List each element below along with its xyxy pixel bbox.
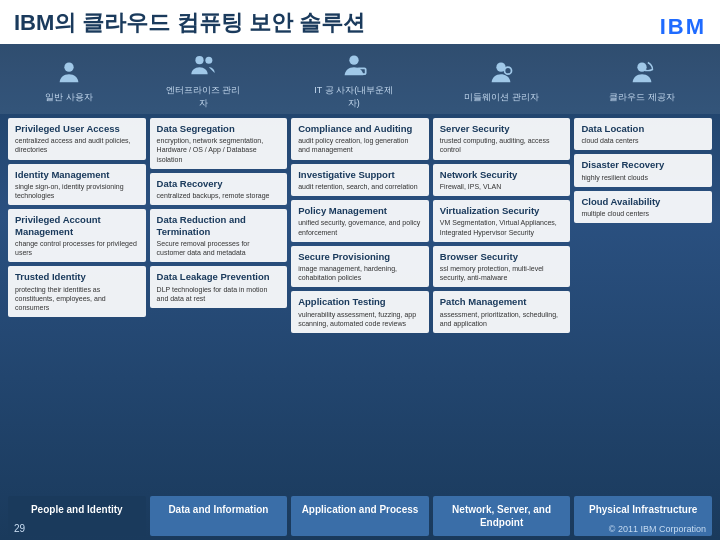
- card-compliance: Compliance and Auditing audit policy cre…: [291, 118, 429, 160]
- persona-item-3: IT 공 사자(내부운제자): [314, 50, 394, 110]
- card-body-3-2: audit retention, search, and correlation: [298, 182, 422, 191]
- card-body-2-3: Secure removal processes for customer da…: [157, 239, 281, 257]
- svg-point-3: [349, 56, 358, 65]
- persona-label-2: 엔터프라이즈 관리자: [163, 84, 243, 110]
- card-title-5-2: Disaster Recovery: [581, 159, 705, 170]
- card-data-segregation: Data Segregation encryption, network seg…: [150, 118, 288, 169]
- persona-item-1: 일반 사용자: [45, 57, 93, 104]
- footer-cell-1: People and Identity: [8, 496, 146, 536]
- card-data-reduction: Data Reduction and Termination Secure re…: [150, 209, 288, 262]
- card-investigative: Investigative Support audit retention, s…: [291, 164, 429, 196]
- card-body-4-5: assessment, prioritization, scheduling, …: [440, 310, 564, 328]
- card-network-security: Network Security Firewall, IPS, VLAN: [433, 164, 571, 196]
- col-1: Privileged User Access centralized acces…: [8, 118, 146, 488]
- persona-label-4: 미들웨이션 관리자: [464, 91, 539, 104]
- card-title-3-1: Compliance and Auditing: [298, 123, 422, 134]
- card-body-4-2: Firewall, IPS, VLAN: [440, 182, 564, 191]
- card-privileged-account: Privileged Account Management change con…: [8, 209, 146, 262]
- card-secure-provisioning: Secure Provisioning image management, ha…: [291, 246, 429, 288]
- person-icon-4: [485, 57, 517, 89]
- col-2: Data Segregation encryption, network seg…: [150, 118, 288, 488]
- card-policy-mgmt: Policy Management unified security, gove…: [291, 200, 429, 242]
- card-title-2-4: Data Leakage Prevention: [157, 271, 281, 282]
- card-body-1-3: change control processes for privileged …: [15, 239, 139, 257]
- card-identity-mgmt: Identity Management single sign-on, iden…: [8, 164, 146, 206]
- card-title-2-3: Data Reduction and Termination: [157, 214, 281, 237]
- card-title-3-5: Application Testing: [298, 296, 422, 307]
- card-title-4-2: Network Security: [440, 169, 564, 180]
- page-title: IBM의 클라우드 컴퓨팅 보안 솔루션: [14, 8, 365, 40]
- card-patch-mgmt: Patch Management assessment, prioritizat…: [433, 291, 571, 333]
- page-wrapper: IBM의 클라우드 컴퓨팅 보안 솔루션 IBM 일반 사용자 엔터프라이즈 관…: [0, 0, 720, 540]
- card-server-security: Server Security trusted computing, audit…: [433, 118, 571, 160]
- persona-item-2: 엔터프라이즈 관리자: [163, 50, 243, 110]
- card-body-5-1: cloud data centers: [581, 136, 705, 145]
- card-body-3-3: unified security, governance, and policy…: [298, 218, 422, 236]
- footer-cell-3: Application and Process: [291, 496, 429, 536]
- svg-point-6: [505, 67, 512, 74]
- col-4: Server Security trusted computing, audit…: [433, 118, 571, 488]
- card-title-2-1: Data Segregation: [157, 123, 281, 134]
- card-privileged-user: Privileged User Access centralized acces…: [8, 118, 146, 160]
- card-title-5-3: Cloud Availability: [581, 196, 705, 207]
- svg-point-2: [206, 57, 213, 64]
- persona-row: 일반 사용자 엔터프라이즈 관리자 IT 공 사자(내부운제자) 미들웨이션 관…: [0, 44, 720, 114]
- card-data-recovery: Data Recovery centralized backups, remot…: [150, 173, 288, 205]
- person-icon-5: [626, 57, 658, 89]
- card-body-3-1: audit policy creation, log generation an…: [298, 136, 422, 154]
- card-body-5-2: highly resilient clouds: [581, 173, 705, 182]
- card-title-4-3: Virtualization Security: [440, 205, 564, 216]
- card-body-2-1: encryption, network segmentation, Hardwa…: [157, 136, 281, 163]
- card-title-3-2: Investigative Support: [298, 169, 422, 180]
- footer-cell-4: Network, Server, and Endpoint: [433, 496, 571, 536]
- person-icon-3: [338, 50, 370, 82]
- card-title-4-5: Patch Management: [440, 296, 564, 307]
- header: IBM의 클라우드 컴퓨팅 보안 솔루션 IBM: [0, 0, 720, 44]
- card-body-4-3: VM Segmentation, Virtual Appliances, Int…: [440, 218, 564, 236]
- card-title-1-2: Identity Management: [15, 169, 139, 180]
- card-browser-security: Browser Security ssl memory protection, …: [433, 246, 571, 288]
- card-body-1-4: protecting their identities as constitue…: [15, 285, 139, 312]
- svg-point-0: [64, 62, 73, 71]
- card-title-4-1: Server Security: [440, 123, 564, 134]
- card-disaster-recovery: Disaster Recovery highly resilient cloud…: [574, 154, 712, 186]
- card-trusted-identity: Trusted Identity protecting their identi…: [8, 266, 146, 317]
- page-number: 29: [14, 523, 25, 534]
- card-title-1-1: Privileged User Access: [15, 123, 139, 134]
- card-title-3-3: Policy Management: [298, 205, 422, 216]
- person-icon-2: [187, 50, 219, 82]
- card-body-5-3: multiple cloud centers: [581, 209, 705, 218]
- card-title-4-4: Browser Security: [440, 251, 564, 262]
- card-data-location: Data Location cloud data centers: [574, 118, 712, 150]
- card-body-2-2: centralized backups, remote storage: [157, 191, 281, 200]
- card-title-5-1: Data Location: [581, 123, 705, 134]
- persona-label-3: IT 공 사자(내부운제자): [314, 84, 394, 110]
- card-body-4-4: ssl memory protection, multi-level secur…: [440, 264, 564, 282]
- card-body-1-2: single sign-on, identity provisioning te…: [15, 182, 139, 200]
- col-5: Data Location cloud data centers Disaste…: [574, 118, 712, 488]
- persona-label-5: 클라우드 제공자: [609, 91, 675, 104]
- copyright-text: © 2011 IBM Corporation: [609, 524, 706, 534]
- card-title-1-4: Trusted Identity: [15, 271, 139, 282]
- card-body-4-1: trusted computing, auditing, access cont…: [440, 136, 564, 154]
- card-title-1-3: Privileged Account Management: [15, 214, 139, 237]
- footer-cell-2: Data and Information: [150, 496, 288, 536]
- ibm-logo: IBM: [660, 14, 706, 40]
- svg-point-1: [196, 56, 204, 64]
- persona-item-5: 클라우드 제공자: [609, 57, 675, 104]
- main-content: Privileged User Access centralized acces…: [0, 114, 720, 492]
- card-title-2-2: Data Recovery: [157, 178, 281, 189]
- persona-label-1: 일반 사용자: [45, 91, 93, 104]
- card-cloud-availability: Cloud Availability multiple cloud center…: [574, 191, 712, 223]
- card-title-3-4: Secure Provisioning: [298, 251, 422, 262]
- card-virtualization: Virtualization Security VM Segmentation,…: [433, 200, 571, 242]
- card-app-testing: Application Testing vulnerability assess…: [291, 291, 429, 333]
- card-body-3-5: vulnerability assessment, fuzzing, app s…: [298, 310, 422, 328]
- person-icon-1: [53, 57, 85, 89]
- card-body-3-4: image management, hardening, cohabitatio…: [298, 264, 422, 282]
- card-body-2-4: DLP technologies for data in motion and …: [157, 285, 281, 303]
- card-data-leakage: Data Leakage Prevention DLP technologies…: [150, 266, 288, 308]
- col-3: Compliance and Auditing audit policy cre…: [291, 118, 429, 488]
- persona-item-4: 미들웨이션 관리자: [464, 57, 539, 104]
- card-body-1-1: centralized access and audit policies, d…: [15, 136, 139, 154]
